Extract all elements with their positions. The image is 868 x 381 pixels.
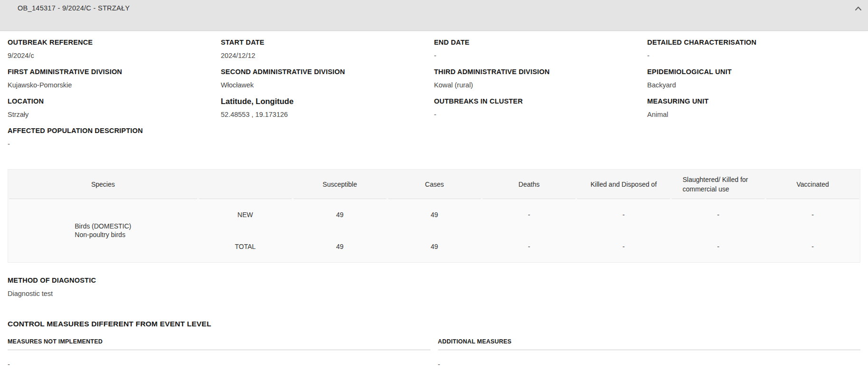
- field-value: -: [434, 51, 648, 60]
- additional-measures-value: -: [438, 361, 861, 368]
- field-label: THIRD ADMINISTRATIVE DIVISION: [434, 67, 648, 76]
- col-header-deaths: Deaths: [482, 170, 576, 199]
- field-value: Włocławek: [221, 80, 434, 90]
- field-label: START DATE: [221, 38, 434, 47]
- field-end-date: END DATE -: [434, 38, 648, 60]
- field-value: Backyard: [647, 80, 860, 90]
- deaths-cell: -: [482, 231, 576, 263]
- field-value: Kowal (rural): [434, 80, 648, 90]
- vaccinated-cell: -: [765, 231, 860, 263]
- measures-not-implemented-value: -: [8, 361, 430, 368]
- species-table: Species Susceptible Cases Deaths Killed …: [8, 169, 860, 263]
- outbreak-title: OB_145317 - 9/2024/C - STRZAŁY: [18, 4, 130, 12]
- species-subtype: Non-poultry birds: [75, 230, 131, 239]
- method-of-diagnostic-label: METHOD OF DIAGNOSTIC: [8, 276, 860, 285]
- outbreak-fields-grid: OUTBREAK REFERENCE 9/2024/c START DATE 2…: [8, 38, 860, 155]
- cases-cell: 49: [387, 199, 482, 231]
- field-second-admin-division: SECOND ADMINISTRATIVE DIVISION Włocławek: [221, 67, 434, 90]
- col-header-row-type: [198, 170, 293, 199]
- field-start-date: START DATE 2024/12/12: [221, 38, 434, 60]
- field-value: Animal: [647, 110, 860, 119]
- panel-content: OUTBREAK REFERENCE 9/2024/c START DATE 2…: [0, 31, 868, 368]
- species-table-header-row: Species Susceptible Cases Deaths Killed …: [8, 170, 860, 199]
- field-measuring-unit: MEASURING UNIT Animal: [647, 96, 860, 119]
- row-type-cell: NEW: [198, 199, 293, 231]
- cases-cell: 49: [387, 231, 482, 263]
- field-label: OUTBREAKS IN CLUSTER: [434, 96, 648, 106]
- field-epidemiological-unit: EPIDEMIOLOGICAL UNIT Backyard: [647, 67, 860, 90]
- row-type-cell: TOTAL: [198, 231, 293, 263]
- field-value: 2024/12/12: [221, 51, 434, 60]
- field-label: OUTBREAK REFERENCE: [8, 38, 221, 47]
- field-affected-population: AFFECTED POPULATION DESCRIPTION -: [8, 126, 860, 149]
- vaccinated-cell: -: [765, 199, 860, 231]
- susceptible-cell: 49: [293, 199, 387, 231]
- measures-not-implemented-col: MEASURES NOT IMPLEMENTED -: [8, 338, 430, 368]
- measures-not-implemented-label: MEASURES NOT IMPLEMENTED: [8, 338, 430, 350]
- species-table-wrap: Species Susceptible Cases Deaths Killed …: [8, 169, 860, 263]
- field-value: -: [647, 51, 860, 60]
- field-value: 52.48553 , 19.173126: [221, 110, 434, 119]
- chevron-up-icon: [855, 6, 862, 11]
- field-detailed-characterisation: DETAILED CHARACTERISATION -: [647, 38, 860, 60]
- species-name: Birds (DOMESTIC): [75, 222, 131, 230]
- field-third-admin-division: THIRD ADMINISTRATIVE DIVISION Kowal (rur…: [434, 67, 648, 90]
- killed-disposed-cell: -: [576, 231, 671, 263]
- deaths-cell: -: [482, 199, 576, 231]
- outbreak-panel-header[interactable]: OB_145317 - 9/2024/C - STRZAŁY: [0, 0, 868, 31]
- control-measures-title: CONTROL MEASURES DIFFERENT FROM EVENT LE…: [8, 320, 860, 328]
- field-value: Strzały: [8, 110, 221, 119]
- col-header-vaccinated: Vaccinated: [765, 170, 860, 199]
- col-header-killed-disposed: Killed and Disposed of: [576, 170, 671, 199]
- field-label: FIRST ADMINISTRATIVE DIVISION: [8, 67, 221, 76]
- method-of-diagnostic-section: METHOD OF DIAGNOSTIC Diagnostic test: [8, 276, 860, 298]
- species-table-row-new: Birds (DOMESTIC) Non-poultry birds NEW 4…: [8, 199, 860, 231]
- slaughtered-cell: -: [671, 199, 765, 231]
- killed-disposed-cell: -: [576, 199, 671, 231]
- slaughtered-cell: -: [671, 231, 765, 263]
- additional-measures-label: ADDITIONAL MEASURES: [438, 338, 861, 350]
- outbreak-detail-panel: OB_145317 - 9/2024/C - STRZAŁY OUTBREAK …: [0, 0, 868, 368]
- additional-measures-col: ADDITIONAL MEASURES -: [438, 338, 861, 368]
- field-label: EPIDEMIOLOGICAL UNIT: [647, 67, 860, 76]
- field-value: 9/2024/c: [8, 51, 221, 60]
- susceptible-cell: 49: [293, 231, 387, 263]
- species-block: Birds (DOMESTIC) Non-poultry birds: [75, 222, 131, 239]
- field-location: LOCATION Strzały: [8, 96, 221, 119]
- field-value: Kujawsko-Pomorskie: [8, 80, 221, 90]
- field-label: MEASURING UNIT: [647, 96, 860, 106]
- field-label: Latitude, Longitude: [221, 96, 434, 106]
- field-label: SECOND ADMINISTRATIVE DIVISION: [221, 67, 434, 76]
- field-first-admin-division: FIRST ADMINISTRATIVE DIVISION Kujawsko-P…: [8, 67, 221, 90]
- method-of-diagnostic-value: Diagnostic test: [8, 289, 860, 298]
- field-label: LOCATION: [8, 96, 221, 106]
- field-label: DETAILED CHARACTERISATION: [647, 38, 860, 47]
- col-header-species: Species: [8, 170, 198, 199]
- col-header-susceptible: Susceptible: [293, 170, 387, 199]
- collapse-button[interactable]: [853, 3, 863, 14]
- species-cell: Birds (DOMESTIC) Non-poultry birds: [8, 199, 198, 263]
- field-outbreak-reference: OUTBREAK REFERENCE 9/2024/c: [8, 38, 221, 60]
- measures-grid: MEASURES NOT IMPLEMENTED - ADDITIONAL ME…: [8, 338, 860, 368]
- field-value: -: [8, 139, 860, 149]
- control-measures-section: CONTROL MEASURES DIFFERENT FROM EVENT LE…: [8, 320, 860, 368]
- field-outbreaks-in-cluster: OUTBREAKS IN CLUSTER -: [434, 96, 648, 119]
- field-label: AFFECTED POPULATION DESCRIPTION: [8, 126, 860, 135]
- col-header-cases: Cases: [387, 170, 482, 199]
- field-value: -: [434, 110, 648, 119]
- col-header-slaughtered-label: Slaughtered/ Killed for commercial use: [683, 175, 754, 194]
- col-header-slaughtered: Slaughtered/ Killed for commercial use: [671, 170, 765, 199]
- field-lat-long: Latitude, Longitude 52.48553 , 19.173126: [221, 96, 434, 119]
- field-label: END DATE: [434, 38, 648, 47]
